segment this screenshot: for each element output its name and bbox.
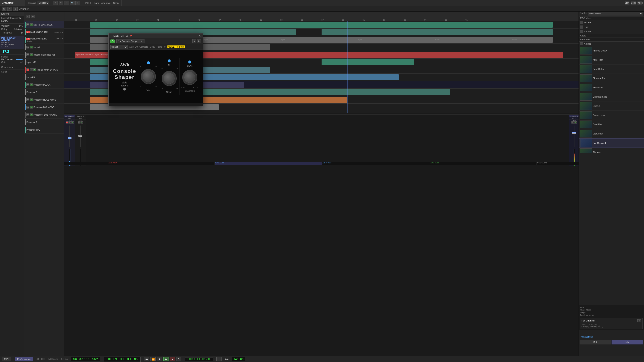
track-lr[interactable]: Input L+R bbox=[24, 58, 64, 66]
crash-solo[interactable]: S bbox=[30, 53, 33, 56]
main-drums-solo[interactable]: S bbox=[33, 68, 36, 71]
wasp-mute[interactable]: M bbox=[68, 121, 71, 123]
crosstalk-knob[interactable] bbox=[182, 70, 197, 85]
arranger-toggle[interactable]: ⊞ bbox=[2, 7, 6, 11]
stop-btn[interactable]: ⏹ bbox=[157, 357, 162, 361]
fx-bookmark-btn[interactable]: ★ bbox=[637, 319, 641, 322]
track-presence3[interactable]: Presence 3 bbox=[24, 89, 64, 96]
sub-solo[interactable]: S bbox=[30, 113, 33, 116]
main-drums-mute[interactable]: M bbox=[30, 68, 33, 71]
plugin-power-btn[interactable]: ⏻ bbox=[110, 39, 115, 43]
track-item-whiny[interactable]: Rec MaiTai-Whiny..ble Mai Tai 8 Beats bbox=[24, 36, 64, 43]
fx-chorus[interactable]: Chorus bbox=[579, 101, 644, 111]
fx-channel-strip[interactable]: Channel Strip bbox=[579, 92, 644, 101]
control-dropdown[interactable]: Control bbox=[38, 1, 49, 5]
fx-compressor[interactable]: Compressor bbox=[579, 111, 644, 120]
metronome-btn[interactable]: ♩ bbox=[216, 357, 222, 361]
fx-binaural-pan[interactable]: Binaural Pan bbox=[579, 74, 644, 83]
whiny-rec-btn[interactable]: Rec bbox=[26, 38, 30, 40]
output-mute[interactable]: M bbox=[572, 121, 574, 123]
pluck-mute[interactable]: M bbox=[26, 83, 30, 86]
track-impact[interactable]: M S Impact bbox=[24, 43, 64, 51]
main-drums-rec[interactable]: ● bbox=[26, 68, 30, 71]
project-btn[interactable]: Project bbox=[638, 1, 642, 5]
moog-solo[interactable]: S bbox=[30, 106, 33, 108]
mix-btn[interactable]: Mix bbox=[612, 340, 643, 345]
fat-channel-item[interactable]: Fat Channel bbox=[1, 58, 13, 61]
song-btn[interactable]: Song bbox=[631, 1, 636, 5]
track-view-btn[interactable]: ≡ bbox=[7, 7, 12, 11]
sub-mute[interactable]: M bbox=[26, 113, 30, 116]
fx-analog-delay[interactable]: Analog Delay bbox=[579, 46, 644, 55]
bus-item[interactable]: Bus bbox=[579, 25, 644, 29]
ampire-item[interactable]: Ampire bbox=[579, 42, 644, 46]
impact-mute[interactable]: M bbox=[26, 46, 30, 48]
track-presence6[interactable]: Presence 6 bbox=[24, 119, 64, 126]
track-pluck[interactable]: M S Presence-PLUCK bbox=[24, 81, 64, 89]
track-sub-atomik[interactable]: M S Presence- SUB ATOMIK bbox=[24, 111, 64, 119]
plugin-name-badge[interactable]: 1 - Console Shaper ▼ bbox=[116, 39, 144, 43]
performance-btn[interactable]: Performance bbox=[15, 357, 33, 361]
layer-1-row[interactable]: Layer 1 bbox=[1, 20, 22, 22]
track-pad1[interactable]: Presence-PAD bbox=[24, 126, 64, 134]
output-handle[interactable] bbox=[572, 132, 576, 134]
moog-mute[interactable]: M bbox=[26, 106, 30, 108]
output-solo[interactable]: S bbox=[574, 121, 577, 123]
prev-btn[interactable]: ⏪ bbox=[150, 357, 156, 361]
ch8-mute[interactable]: M bbox=[78, 121, 80, 123]
track-impact3[interactable]: Impact 3 bbox=[24, 73, 64, 81]
ch8-handle[interactable] bbox=[78, 135, 82, 137]
bass-rec-btn[interactable]: Rec bbox=[26, 31, 30, 33]
fx-flanger[interactable]: Flanger bbox=[579, 148, 644, 153]
plugin-close-btn[interactable]: ✕ bbox=[198, 34, 201, 37]
ch8-solo[interactable]: S bbox=[80, 121, 83, 123]
track-main-drums[interactable]: ● M S Impact-MAIN DRUMS bbox=[24, 66, 64, 73]
track-item-bass[interactable]: Rec MaiTai-BASS..ITCH 8 - Mai Tai 4 bbox=[24, 28, 64, 36]
pencil-tool-btn[interactable]: ✏ bbox=[58, 1, 63, 5]
fx-expander[interactable]: Expander bbox=[579, 129, 644, 138]
preset-select[interactable]: default bbox=[110, 45, 128, 49]
play-btn[interactable]: ▶ bbox=[163, 357, 168, 361]
settings-btn[interactable]: ⚙ bbox=[164, 46, 166, 48]
ahhs-solo[interactable]: S bbox=[30, 98, 33, 101]
mute-btn-wasp[interactable]: M bbox=[26, 23, 30, 26]
gate-item[interactable]: Gate bbox=[1, 61, 6, 63]
drive-enable-btn[interactable] bbox=[147, 61, 150, 64]
track-big-moog[interactable]: M S Presence-BIG MOOG bbox=[24, 104, 64, 111]
fx-bitcrusher[interactable]: Bitcrusher bbox=[579, 83, 644, 92]
track-item-wasp[interactable]: M S Mai Tai-WAS..TACK bbox=[24, 21, 64, 28]
ahhs-mute[interactable]: M bbox=[26, 98, 30, 101]
zoom-tool-btn[interactable]: 🔍 bbox=[70, 1, 74, 5]
drive-knob[interactable] bbox=[141, 69, 156, 84]
edit-btn[interactable]: Edit bbox=[580, 340, 611, 345]
fx-autofilter[interactable]: AutoFilter bbox=[579, 55, 644, 64]
compressor-label[interactable]: Compressor bbox=[1, 66, 13, 68]
loop-btn[interactable]: ⟳ bbox=[176, 357, 182, 361]
visit-website-link[interactable]: Visit Website bbox=[580, 336, 593, 338]
wasp-rec[interactable]: ● bbox=[66, 121, 68, 123]
pluck-solo[interactable]: S bbox=[30, 83, 33, 86]
erase-tool-btn[interactable]: ✂ bbox=[64, 1, 69, 5]
fx-beat-delay[interactable]: Beat Delay bbox=[579, 64, 644, 74]
paste-btn[interactable]: Paste bbox=[157, 46, 162, 48]
impact-solo[interactable]: S bbox=[30, 46, 33, 48]
midi-btn[interactable]: MIDI bbox=[2, 357, 12, 361]
rewind-btn[interactable]: ⏮ bbox=[144, 357, 149, 361]
crosstalk-enable-btn[interactable] bbox=[188, 60, 191, 63]
help-tool-btn[interactable]: ? bbox=[75, 1, 80, 5]
copy-btn[interactable]: Copy bbox=[150, 46, 155, 48]
track-huge-ahhs[interactable]: M S Presence-HUGE AHHS bbox=[24, 96, 64, 104]
track-crash[interactable]: M S Impact-crash rides hat bbox=[24, 51, 64, 58]
mix-fx-item[interactable]: Mix FX bbox=[579, 20, 644, 25]
mix-view-btn[interactable]: ⫿ bbox=[13, 7, 18, 11]
cursor-tool-btn[interactable]: ↖ bbox=[53, 1, 58, 5]
add-track-btn[interactable]: + bbox=[26, 15, 30, 18]
wasp-handle[interactable] bbox=[68, 137, 72, 139]
start-btn[interactable]: Start bbox=[625, 1, 630, 5]
prev-plugin-btn[interactable]: ◀ bbox=[192, 39, 196, 43]
record-btn[interactable]: ● bbox=[170, 357, 175, 361]
fx-dual-pan[interactable]: Dual Pan bbox=[579, 120, 644, 129]
solo-btn-wasp[interactable]: S bbox=[30, 23, 33, 26]
filter-select[interactable]: Filter: Vendor bbox=[588, 12, 643, 15]
next-plugin-btn[interactable]: ▶ bbox=[197, 39, 201, 43]
